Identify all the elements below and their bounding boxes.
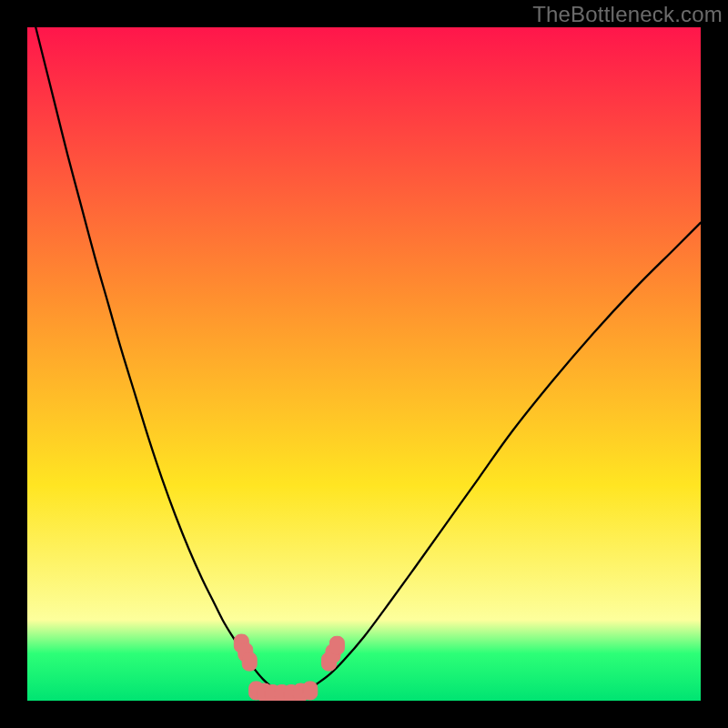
- plot-svg: [27, 27, 701, 701]
- watermark-text: TheBottleneck.com: [532, 2, 723, 27]
- marker-point: [242, 652, 257, 671]
- gradient-bg: [27, 27, 701, 701]
- plot-area: [27, 27, 701, 701]
- marker-point: [329, 636, 344, 654]
- marker-point: [303, 682, 318, 700]
- chart-frame: TheBottleneck.com: [0, 0, 728, 728]
